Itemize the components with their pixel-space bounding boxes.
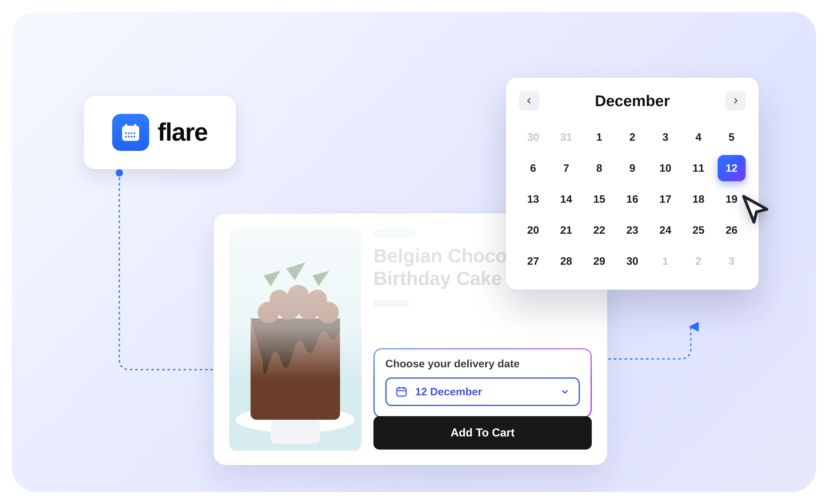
- calendar-day: 31: [552, 124, 580, 150]
- svg-point-12: [134, 132, 136, 134]
- calendar-day[interactable]: 22: [585, 217, 614, 243]
- svg-rect-31: [397, 388, 406, 396]
- calendar-month-title: December: [595, 92, 670, 110]
- calendar-day[interactable]: 9: [618, 155, 647, 181]
- svg-point-11: [131, 132, 133, 134]
- calendar-day: 30: [519, 124, 547, 150]
- svg-point-10: [128, 132, 130, 134]
- chevron-left-icon: [525, 97, 533, 105]
- calendar-day[interactable]: 30: [618, 248, 647, 274]
- svg-point-25: [270, 290, 289, 309]
- calendar-day[interactable]: 13: [519, 186, 547, 212]
- calendar-day[interactable]: 28: [552, 248, 580, 274]
- calendar-day[interactable]: 23: [618, 217, 647, 243]
- calendar-day[interactable]: 18: [684, 186, 712, 212]
- chevron-down-icon: [560, 386, 570, 397]
- calendar-next-button[interactable]: [726, 91, 746, 111]
- meta-placeholder: [373, 300, 409, 307]
- calendar-day[interactable]: 24: [651, 217, 679, 243]
- calendar-day[interactable]: 20: [519, 217, 547, 243]
- calendar-day[interactable]: 14: [552, 186, 580, 212]
- calendar-day: 3: [717, 248, 746, 274]
- calendar-day[interactable]: 25: [684, 217, 712, 243]
- calendar-day[interactable]: 17: [651, 186, 679, 212]
- svg-point-27: [308, 290, 327, 309]
- calendar-popover: December 3031123456789101112131415161718…: [506, 78, 759, 290]
- svg-point-14: [128, 136, 130, 138]
- calendar-prev-button[interactable]: [519, 91, 539, 111]
- svg-point-0: [116, 169, 123, 177]
- svg-point-26: [288, 285, 309, 307]
- calendar-day: 2: [684, 248, 712, 274]
- calendar-day[interactable]: 21: [552, 217, 580, 243]
- calendar-day[interactable]: 10: [651, 155, 679, 181]
- calendar-day[interactable]: 7: [552, 155, 580, 181]
- svg-point-16: [134, 136, 136, 138]
- svg-point-15: [131, 136, 133, 138]
- delivery-date-field-frame: Choose your delivery date 12 December: [373, 348, 592, 418]
- calendar-day: 1: [651, 248, 679, 274]
- calendar-day[interactable]: 27: [519, 248, 547, 274]
- calendar-day[interactable]: 6: [519, 155, 547, 181]
- calendar-day[interactable]: 8: [585, 155, 614, 181]
- badge-placeholder: [373, 229, 416, 237]
- calendar-day[interactable]: 15: [585, 186, 614, 212]
- cursor-icon: [740, 194, 771, 225]
- chevron-right-icon: [731, 97, 740, 105]
- calendar-day[interactable]: 2: [618, 124, 647, 150]
- svg-point-13: [125, 136, 127, 138]
- calendar-icon: [395, 385, 408, 398]
- calendar-day[interactable]: 12: [717, 155, 746, 181]
- calendar-day[interactable]: 4: [684, 124, 712, 150]
- product-image: [229, 229, 362, 451]
- calendar-day[interactable]: 5: [717, 124, 746, 150]
- svg-rect-19: [271, 420, 320, 444]
- calendar-day[interactable]: 11: [684, 155, 712, 181]
- flare-logo-card: flare: [84, 95, 236, 169]
- calendar-app-icon: [112, 114, 149, 151]
- calendar-day[interactable]: 29: [585, 248, 614, 274]
- svg-point-9: [125, 132, 127, 134]
- flare-wordmark: flare: [158, 118, 207, 147]
- calendar-day[interactable]: 3: [651, 124, 679, 150]
- svg-rect-7: [125, 124, 127, 128]
- delivery-date-label: Choose your delivery date: [385, 358, 580, 370]
- delivery-date-input[interactable]: 12 December: [385, 377, 580, 406]
- svg-rect-8: [134, 124, 136, 128]
- add-to-cart-button[interactable]: Add To Cart: [373, 416, 592, 450]
- calendar-grid: 3031123456789101112131415161718192021222…: [519, 124, 746, 274]
- delivery-date-value: 12 December: [415, 385, 552, 398]
- demo-canvas: flare: [12, 12, 816, 492]
- calendar-day[interactable]: 16: [618, 186, 647, 212]
- calendar-day[interactable]: 1: [585, 124, 614, 150]
